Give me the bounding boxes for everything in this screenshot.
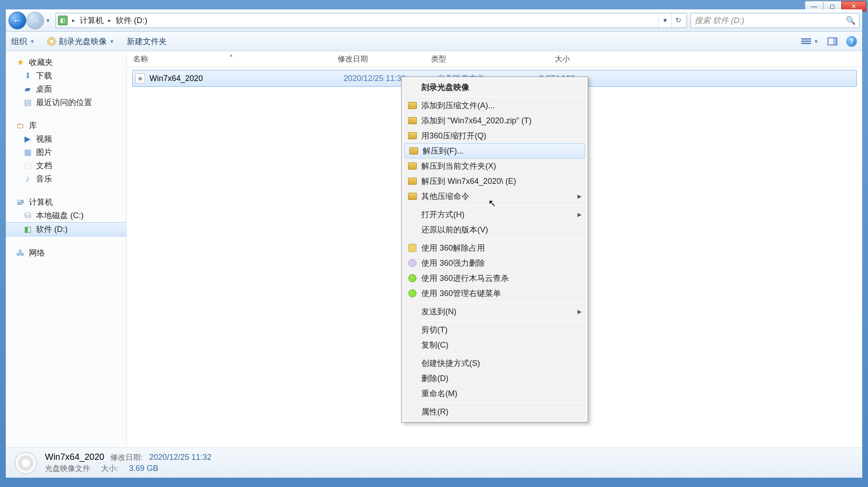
titlebar: — ◻ ✕ <box>5 1 866 9</box>
cm-cut[interactable]: 剪切(T) <box>404 322 586 337</box>
sidebar-network: 🖧网络 <box>6 246 126 260</box>
history-dropdown[interactable]: ▼ <box>44 18 52 23</box>
chevron-right-icon[interactable]: ▸ <box>69 17 78 24</box>
cm-properties[interactable]: 属性(R) <box>404 404 586 419</box>
sidebar-item-videos[interactable]: ▶视频 <box>6 132 126 146</box>
submenu-arrow-icon: ▶ <box>577 211 581 218</box>
cm-send-to[interactable]: 发送到(N)▶ <box>404 304 586 319</box>
download-icon: ⬇ <box>23 71 32 80</box>
sidebar-libraries-head[interactable]: 🗀库 <box>6 119 126 132</box>
view-button[interactable]: ▼ <box>801 37 819 45</box>
forward-button[interactable]: → <box>26 12 44 29</box>
col-type[interactable]: 类型 <box>425 54 518 64</box>
zip-icon <box>409 147 418 154</box>
col-date[interactable]: 修改日期 <box>331 54 425 64</box>
chevron-right-icon[interactable]: ▸ <box>105 17 114 24</box>
search-placeholder: 搜索 软件 (D:) <box>694 15 744 26</box>
col-name[interactable]: 名称 <box>127 54 331 64</box>
file-name: Win7x64_2020 <box>149 74 343 83</box>
cm-other-zip[interactable]: 其他压缩命令▶ <box>404 189 586 204</box>
toolbar-right: ▼ ? <box>801 36 857 47</box>
burn-disc-button[interactable]: 刻录光盘映像▼ <box>47 36 114 47</box>
statusbar: Win7x64_2020 修改日期: 2020/12/25 11:32 光盘映像… <box>6 447 862 478</box>
cm-add-zip[interactable]: 添加到 "Win7x64_2020.zip" (T) <box>404 113 586 128</box>
content: 名称 修改日期 类型 大小 ◉ Win7x64_2020 2020/12/25 … <box>127 51 862 447</box>
back-button[interactable]: ← <box>8 12 26 29</box>
cm-360-force-del[interactable]: 使用 360强力删除 <box>404 256 586 271</box>
help-button[interactable]: ? <box>846 36 857 47</box>
video-icon: ▶ <box>23 134 32 143</box>
sidebar-item-recent[interactable]: ▤最近访问的位置 <box>6 96 126 109</box>
desktop-icon: ▰ <box>23 85 32 93</box>
search-input[interactable]: 搜索 软件 (D:) 🔍 <box>690 13 860 28</box>
cm-add-archive[interactable]: 添加到压缩文件(A)... <box>404 98 586 113</box>
sidebar-item-ddrive[interactable]: ◧软件 (D:) <box>6 222 126 236</box>
toolbar: 组织▼ 刻录光盘映像▼ 新建文件夹 ▼ ? <box>6 32 862 51</box>
computer-icon: 🖳 <box>16 198 25 207</box>
submenu-arrow-icon: ▶ <box>577 308 581 315</box>
status-size-value: 3.69 GB <box>129 464 158 473</box>
unlock-icon <box>408 244 416 252</box>
scan-icon <box>408 289 416 297</box>
address-dropdown[interactable]: ▾ <box>658 13 671 28</box>
sidebar-libraries: 🗀库 ▶视频 ▦图片 ▢文档 ♪音乐 <box>6 119 126 186</box>
status-size-label: 大小: <box>101 463 118 474</box>
new-folder-button[interactable]: 新建文件夹 <box>127 36 167 47</box>
cm-extract-here[interactable]: 解压到当前文件夹(X) <box>404 158 586 174</box>
disc-icon <box>47 37 56 46</box>
zip-icon <box>408 178 417 185</box>
cm-copy[interactable]: 复制(C) <box>404 337 586 353</box>
library-icon: 🗀 <box>16 121 25 130</box>
cm-restore-prev[interactable]: 还原以前的版本(V) <box>404 222 586 237</box>
cm-360-unlock[interactable]: 使用 360解除占用 <box>404 240 586 256</box>
sidebar-item-music[interactable]: ♪音乐 <box>6 172 126 186</box>
address-bar[interactable]: ◧ ▸ 计算机 ▸ 软件 (D:) ▾ ↻ <box>56 13 687 28</box>
zip-icon <box>408 132 417 139</box>
col-size[interactable]: 大小 <box>518 54 576 64</box>
context-menu: 刻录光盘映像 添加到压缩文件(A)... 添加到 "Win7x64_2020.z… <box>401 77 588 422</box>
status-date-value: 2020/12/25 11:32 <box>149 453 211 462</box>
explorer-window: — ◻ ✕ ← → ▼ ◧ ▸ 计算机 ▸ 软件 (D:) ▾ ↻ 搜索 软件 … <box>0 0 868 487</box>
scan-icon <box>408 274 416 282</box>
status-info: Win7x64_2020 修改日期: 2020/12/25 11:32 光盘映像… <box>45 452 211 474</box>
picture-icon: ▦ <box>23 148 32 157</box>
drive-icon: ◧ <box>58 16 68 25</box>
nav-arrows: ← → ▼ <box>8 12 52 29</box>
sidebar-favorites-head[interactable]: ★收藏夹 <box>6 56 126 69</box>
status-filetype: 光盘映像文件 <box>45 463 90 474</box>
status-date-label: 修改日期: <box>110 452 143 463</box>
sidebar-item-desktop[interactable]: ▰桌面 <box>6 82 126 96</box>
sidebar-network-head[interactable]: 🖧网络 <box>6 246 126 260</box>
cm-open-360[interactable]: 用360压缩打开(Q) <box>404 128 586 143</box>
view-icon <box>801 37 811 45</box>
sidebar-item-pictures[interactable]: ▦图片 <box>6 146 126 159</box>
submenu-arrow-icon: ▶ <box>577 193 581 199</box>
zip-icon <box>408 162 417 170</box>
sidebar-item-documents[interactable]: ▢文档 <box>6 159 126 172</box>
preview-pane-button[interactable] <box>828 37 837 45</box>
cm-rename[interactable]: 重命名(M) <box>404 386 586 401</box>
sidebar-computer-head[interactable]: 🖳计算机 <box>6 195 126 209</box>
cm-extract-named[interactable]: 解压到 Win7x64_2020\ (E) <box>404 174 586 189</box>
column-headers: 名称 修改日期 类型 大小 <box>127 51 862 67</box>
star-icon: ★ <box>16 58 25 67</box>
status-filename: Win7x64_2020 <box>45 452 104 462</box>
cm-360-trojan[interactable]: 使用 360进行木马云查杀 <box>404 271 586 286</box>
navbar: ← → ▼ ◧ ▸ 计算机 ▸ 软件 (D:) ▾ ↻ 搜索 软件 (D:) 🔍 <box>6 9 862 32</box>
cm-open-with[interactable]: 打开方式(H)▶ <box>404 207 586 222</box>
breadcrumb-computer[interactable]: 计算机 <box>78 15 105 26</box>
sidebar-item-downloads[interactable]: ⬇下载 <box>6 69 126 82</box>
cm-360-menu[interactable]: 使用 360管理右键菜单 <box>404 286 586 301</box>
music-icon: ♪ <box>23 175 32 183</box>
sidebar-computer: 🖳计算机 ⛁本地磁盘 (C:) ◧软件 (D:) <box>6 195 126 236</box>
organize-button[interactable]: 组织▼ <box>11 36 35 47</box>
cm-shortcut[interactable]: 创建快捷方式(S) <box>404 356 586 371</box>
search-icon: 🔍 <box>846 16 856 25</box>
sidebar-item-cdrive[interactable]: ⛁本地磁盘 (C:) <box>6 209 126 222</box>
breadcrumb-drive[interactable]: 软件 (D:) <box>114 15 149 26</box>
cm-extract-to[interactable]: 解压到(F)... <box>404 143 585 158</box>
refresh-button[interactable]: ↻ <box>671 13 685 28</box>
recent-icon: ▤ <box>23 98 32 107</box>
cm-burn[interactable]: 刻录光盘映像 <box>404 80 586 95</box>
cm-delete[interactable]: 删除(D) <box>404 371 586 386</box>
